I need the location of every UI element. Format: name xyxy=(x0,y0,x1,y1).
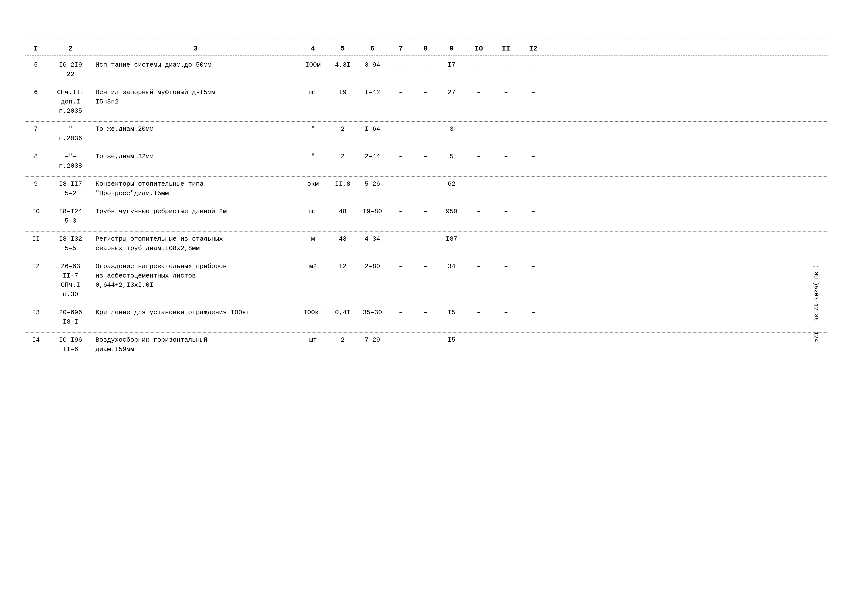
table-cell-c7: – xyxy=(389,336,413,345)
table-cell-c12: – xyxy=(519,61,547,70)
col-header-6: 6 xyxy=(356,45,389,53)
table-cell-c3: Конвекторы отопительные типа "Прогресс"д… xyxy=(94,179,297,198)
table-cell-c4: м2 xyxy=(297,262,329,271)
table-cell-c10: – xyxy=(465,336,492,345)
col-header-10: IO xyxy=(465,45,492,53)
table-cell-c7: – xyxy=(389,61,413,70)
table-row: III8–I32 5–5Регистры отопительные из ста… xyxy=(25,235,828,254)
table-cell-c4: " xyxy=(297,152,329,162)
col-header-8: 8 xyxy=(413,45,438,53)
table-cell-c6: I9–80 xyxy=(356,207,389,216)
table-cell-c9: I5 xyxy=(438,336,465,345)
table-cell-c2: –"– п.2038 xyxy=(47,152,94,171)
table-cell-c4: шт xyxy=(297,207,329,216)
table-cell-c11: – xyxy=(492,336,519,345)
table-cell-c6: 2–44 xyxy=(356,152,389,162)
table-cell-c4: шт xyxy=(297,336,329,345)
header-row: I 2 3 4 5 6 7 8 9 IO II I2 xyxy=(25,45,828,56)
table-cell-c2: I6–2I9 22 xyxy=(47,61,94,79)
table-cell-c1: 5 xyxy=(25,61,47,70)
table-cell-c8: – xyxy=(413,152,438,162)
table-cell-c4: " xyxy=(297,124,329,134)
table-cell-c5: I2 xyxy=(329,262,356,271)
table-cell-c7: – xyxy=(389,152,413,162)
table-cell-c8: – xyxy=(413,336,438,345)
table-cell-c1: IO xyxy=(25,207,47,216)
table-cell-c5: 2 xyxy=(329,152,356,162)
table-cell-c7: – xyxy=(389,235,413,244)
row-separator xyxy=(25,176,828,177)
table-cell-c1: I3 xyxy=(25,308,47,317)
table-cell-c2: I8–II7 5–2 xyxy=(47,179,94,198)
table-cell-c3: Воздухосборник горизонтальный диам.I59мм xyxy=(94,336,297,354)
table-cell-c4: экм xyxy=(297,179,329,189)
table-cell-c8: – xyxy=(413,179,438,189)
table-cell-c8: – xyxy=(413,61,438,70)
col-header-4: 4 xyxy=(297,45,329,53)
table-cell-c7: – xyxy=(389,179,413,189)
table-cell-c10: – xyxy=(465,88,492,97)
table-cell-c5: 2 xyxy=(329,124,356,134)
row-separator xyxy=(25,259,828,259)
table-row: 5I6–2I9 22Испнтание системы диам.до 50мм… xyxy=(25,61,828,80)
table-cell-c1: 7 xyxy=(25,124,47,134)
table-cell-c2: –"– п.2036 xyxy=(47,124,94,143)
table-cell-c1: I2 xyxy=(25,262,47,271)
table-cell-c9: I5 xyxy=(438,308,465,317)
table-row: 6СПч.III доп.I п.2035Вентил запорный муф… xyxy=(25,88,828,117)
table-cell-c10: – xyxy=(465,124,492,134)
col-header-12: I2 xyxy=(519,45,547,53)
col-header-1: I xyxy=(25,45,47,53)
table-cell-c2: I8–I32 5–5 xyxy=(47,235,94,253)
table-cell-c9: 5 xyxy=(438,152,465,162)
table-cell-c5: II,8 xyxy=(329,179,356,189)
table-cell-c8: – xyxy=(413,262,438,271)
row-separator xyxy=(25,149,828,149)
table-cell-c5: 48 xyxy=(329,207,356,216)
table-cell-c11: – xyxy=(492,88,519,97)
table-cell-c4: IOOм xyxy=(297,61,329,70)
table-cell-c11: – xyxy=(492,262,519,271)
table-cell-c9: I7 xyxy=(438,61,465,70)
table-cell-c10: – xyxy=(465,235,492,244)
table-cell-c1: 6 xyxy=(25,88,47,97)
table-cell-c3: Крепление для установки ограждения IOOкг xyxy=(94,308,297,317)
table-cell-c8: – xyxy=(413,235,438,244)
table-cell-c2: 26–63 II–7 СПч.I п.30 xyxy=(47,262,94,299)
table-cell-c8: – xyxy=(413,207,438,216)
col-header-7: 7 xyxy=(389,45,413,53)
table-cell-c11: – xyxy=(492,235,519,244)
table-cell-c8: – xyxy=(413,88,438,97)
page-container: I 2 3 4 5 6 7 8 9 IO II I2 5I6–2I9 22Исп… xyxy=(0,0,868,614)
table-cell-c12: – xyxy=(519,152,547,162)
table-cell-c6: I–64 xyxy=(356,124,389,134)
table-cell-c7: – xyxy=(389,124,413,134)
col-header-5: 5 xyxy=(329,45,356,53)
top-dashed-line xyxy=(25,40,828,40)
table-cell-c10: – xyxy=(465,262,492,271)
table-cell-c4: м xyxy=(297,235,329,244)
table-cell-c2: 20–696 I8–I xyxy=(47,308,94,326)
data-rows-container: 5I6–2I9 22Испнтание системы диам.до 50мм… xyxy=(25,61,828,355)
table-cell-c2: IC–I96 II–6 xyxy=(47,336,94,354)
table-cell-c6: 3–94 xyxy=(356,61,389,70)
table-cell-c1: II xyxy=(25,235,47,244)
table-cell-c6: 2–80 xyxy=(356,262,389,271)
table-cell-c7: – xyxy=(389,308,413,317)
table-cell-c8: – xyxy=(413,124,438,134)
table-cell-c9: I87 xyxy=(438,235,465,244)
table-cell-c5: 43 xyxy=(329,235,356,244)
table-cell-c4: IOOкг xyxy=(297,308,329,317)
table-cell-c10: – xyxy=(465,207,492,216)
table-cell-c12: – xyxy=(519,336,547,345)
vertical-label: ( ЭШ )5203-12.86 – 124 – xyxy=(813,265,819,349)
table-row: I320–696 I8–IКрепление для установки огр… xyxy=(25,308,828,328)
table-cell-c12: – xyxy=(519,308,547,317)
table-row: IOI8–I24 5–3Трубн чугунные ребристые дли… xyxy=(25,207,828,227)
col-header-9: 9 xyxy=(438,45,465,53)
table-cell-c3: Испнтание системы диам.до 50мм xyxy=(94,61,297,70)
table-cell-c5: I9 xyxy=(329,88,356,97)
table-cell-c3: Вентил запорный муфтовый д-I5мм I5ч8п2 xyxy=(94,88,297,106)
table-cell-c3: То же,диам.32мм xyxy=(94,152,297,162)
table-cell-c11: – xyxy=(492,207,519,216)
